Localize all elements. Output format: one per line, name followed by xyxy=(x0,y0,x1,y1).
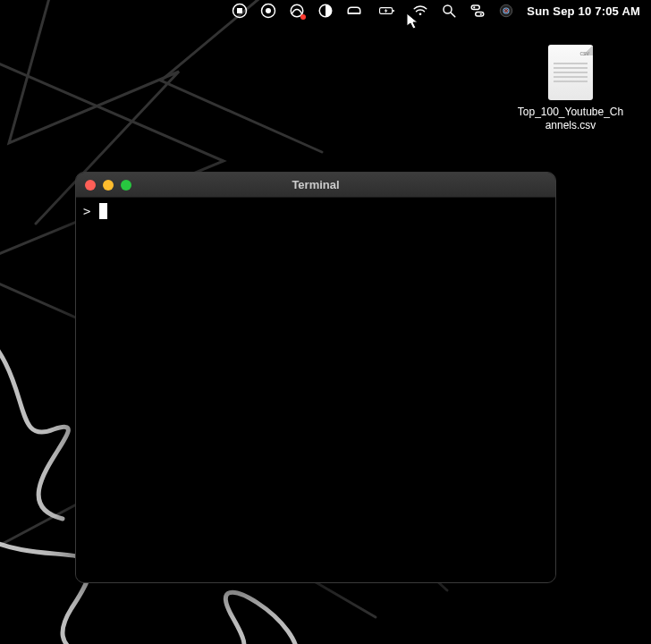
desktop-file-label: Top_100_Youtube_Channels.csv xyxy=(517,106,624,132)
window-title: Terminal xyxy=(76,178,555,191)
svg-point-13 xyxy=(473,6,475,8)
csv-file-icon xyxy=(548,45,593,100)
siri-icon[interactable] xyxy=(498,3,514,19)
svg-point-9 xyxy=(419,13,422,15)
terminal-window[interactable]: Terminal > xyxy=(75,172,556,583)
svg-point-15 xyxy=(480,13,482,15)
svg-point-16 xyxy=(501,4,513,17)
window-titlebar[interactable]: Terminal xyxy=(76,173,555,198)
svg-rect-12 xyxy=(472,5,480,10)
contrast-icon[interactable] xyxy=(317,3,334,19)
traffic-lights xyxy=(76,180,131,191)
svg-rect-14 xyxy=(476,13,484,17)
stop-record-icon[interactable] xyxy=(232,3,248,19)
control-center-icon[interactable] xyxy=(469,3,486,19)
svg-line-11 xyxy=(452,13,456,17)
badge-dot xyxy=(300,14,306,20)
record-icon[interactable] xyxy=(260,3,276,19)
window-minimize-button[interactable] xyxy=(103,180,114,191)
svg-rect-8 xyxy=(393,10,395,12)
svg-rect-1 xyxy=(237,8,242,13)
svg-point-10 xyxy=(444,5,452,13)
svg-point-3 xyxy=(266,8,271,13)
menubar-datetime[interactable]: Sun Sep 10 7:05 AM xyxy=(527,4,640,18)
battery-charging-icon[interactable] xyxy=(375,3,400,19)
do-not-disturb-icon[interactable] xyxy=(346,3,362,19)
terminal-prompt-symbol: > xyxy=(83,204,90,218)
window-maximize-button[interactable] xyxy=(121,180,131,191)
terminal-cursor xyxy=(99,203,107,219)
terminal-body[interactable]: > xyxy=(76,198,555,582)
terminal-prompt-line: > xyxy=(83,203,548,219)
wifi-icon[interactable] xyxy=(412,3,428,19)
menubar: Sun Sep 10 7:05 AM xyxy=(0,0,651,21)
desktop-file-csv[interactable]: Top_100_Youtube_Channels.csv xyxy=(517,45,624,132)
window-close-button[interactable] xyxy=(85,180,96,191)
vpn-icon[interactable] xyxy=(289,3,305,19)
spotlight-search-icon[interactable] xyxy=(441,3,457,19)
